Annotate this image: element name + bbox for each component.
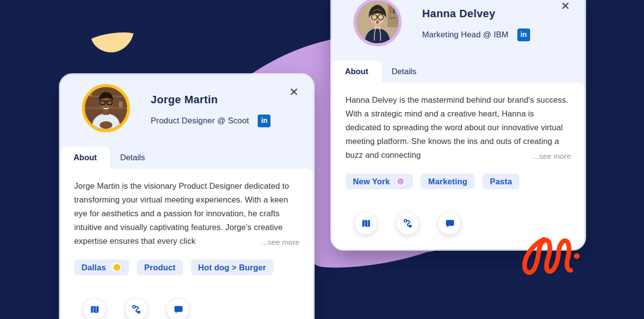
- chat-button[interactable]: [438, 212, 461, 235]
- card-header: Jorge Martin Product Designer @ Scoot in…: [60, 75, 313, 146]
- close-icon[interactable]: ✕: [288, 86, 300, 98]
- close-icon[interactable]: ✕: [559, 0, 572, 12]
- tag-label: Pasta: [490, 177, 512, 186]
- avatar: [82, 84, 130, 132]
- location-dot-icon: [112, 262, 122, 272]
- tag-location[interactable]: New York: [346, 174, 413, 189]
- avatar: [353, 0, 402, 46]
- tag-label: Dallas: [81, 263, 106, 272]
- avatar-illustration-hanna: [356, 1, 399, 43]
- cream-halfmoon-shape: [91, 32, 134, 53]
- map-button[interactable]: [354, 212, 377, 235]
- map-icon: [89, 304, 101, 316]
- profile-card-hanna: Hanna Delvey Marketing Head @ IBM in ✕ A…: [332, 0, 585, 249]
- tab-about[interactable]: About: [60, 146, 110, 169]
- tag-label: Hot dog > Burger: [198, 263, 266, 272]
- person-title: Product Designer @ Scoot: [151, 116, 249, 125]
- location-dot-icon: [396, 176, 405, 186]
- tag-fun-fact[interactable]: Hot dog > Burger: [191, 260, 273, 275]
- tag-row: Dallas Product Hot dog > Burger: [74, 260, 298, 275]
- action-row: [74, 298, 298, 319]
- map-button[interactable]: [83, 298, 106, 319]
- route-button[interactable]: [125, 298, 148, 319]
- orange-scribble-dot: [574, 253, 580, 259]
- bio-block: Hanna Delvey is the mastermind behind ou…: [346, 93, 569, 162]
- see-more-link[interactable]: ...see more: [256, 238, 299, 247]
- tag-fun-fact[interactable]: Pasta: [483, 174, 519, 189]
- tab-bar: About Details: [332, 60, 585, 83]
- person-name: Jorge Martin: [151, 93, 218, 106]
- person-title: Marketing Head @ IBM: [422, 30, 509, 39]
- bio-text: Jorge Martin is the visionary Product De…: [74, 181, 289, 245]
- linkedin-icon[interactable]: in: [258, 115, 270, 127]
- tab-about[interactable]: About: [332, 60, 381, 83]
- profile-card-jorge: Jorge Martin Product Designer @ Scoot in…: [60, 75, 313, 319]
- route-button[interactable]: [396, 212, 419, 235]
- chat-icon: [172, 304, 184, 316]
- tag-label: Marketing: [428, 177, 467, 186]
- chat-icon: [444, 218, 456, 230]
- route-icon: [131, 304, 142, 316]
- person-name: Hanna Delvey: [422, 7, 495, 20]
- tag-department[interactable]: Marketing: [421, 174, 475, 189]
- route-icon: [402, 218, 414, 230]
- tag-department[interactable]: Product: [137, 260, 183, 275]
- card-content: Jorge Martin is the visionary Product De…: [60, 169, 313, 319]
- tag-label: Product: [144, 263, 176, 272]
- bio-block: Jorge Martin is the visionary Product De…: [74, 179, 297, 248]
- action-row: [346, 212, 570, 235]
- map-icon: [360, 218, 372, 230]
- linkedin-icon[interactable]: in: [517, 29, 530, 41]
- chat-button[interactable]: [166, 298, 189, 319]
- person-subtitle-row: Marketing Head @ IBM in: [422, 28, 530, 41]
- card-header: Hanna Delvey Marketing Head @ IBM in ✕: [332, 0, 585, 60]
- tag-label: New York: [353, 177, 390, 186]
- tag-row: New York Marketing Pasta: [346, 174, 570, 189]
- tag-location[interactable]: Dallas: [74, 260, 129, 275]
- app-background: Jorge Martin Product Designer @ Scoot in…: [0, 0, 644, 319]
- tab-details[interactable]: Details: [381, 60, 427, 83]
- see-more-link[interactable]: ...see more: [528, 152, 571, 161]
- card-content: Hanna Delvey is the mastermind behind ou…: [332, 83, 585, 249]
- tab-details[interactable]: Details: [110, 146, 155, 169]
- tab-bar: About Details: [60, 146, 313, 169]
- person-subtitle-row: Product Designer @ Scoot in: [151, 114, 270, 127]
- bio-text: Hanna Delvey is the mastermind behind ou…: [346, 95, 568, 159]
- avatar-illustration-jorge: [85, 87, 127, 129]
